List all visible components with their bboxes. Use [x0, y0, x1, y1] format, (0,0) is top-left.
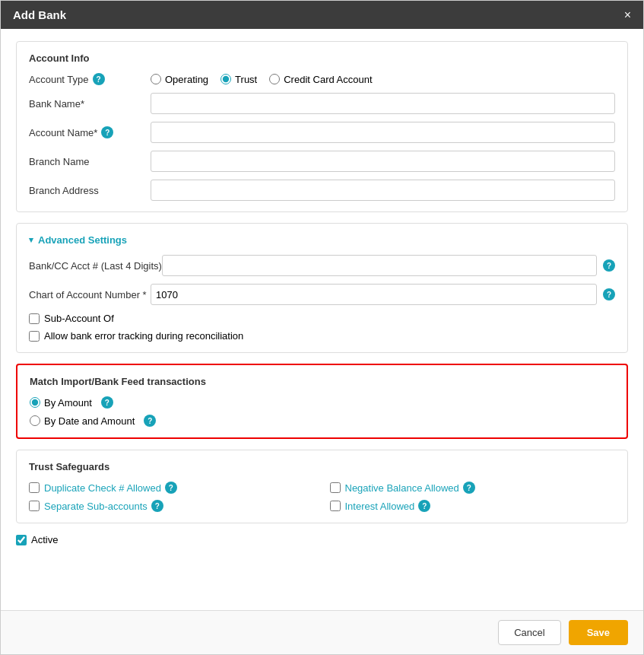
radio-trust[interactable]: Trust [220, 74, 257, 85]
modal-header: Add Bank × [1, 1, 643, 29]
bank-error-checkbox[interactable] [29, 331, 40, 342]
separate-subaccounts-item: Separate Sub-accounts ? [29, 500, 315, 512]
trust-safeguards-title: Trust Safeguards [29, 461, 615, 472]
active-checkbox[interactable] [16, 535, 27, 545]
sub-account-label: Sub-Account Of [44, 313, 114, 324]
radio-trust-input[interactable] [220, 74, 231, 84]
save-button[interactable]: Save [569, 620, 628, 645]
account-name-input[interactable] [151, 122, 615, 143]
by-amount-help-icon[interactable]: ? [101, 396, 113, 409]
account-type-radio-group: Operating Trust Credit Card Account [151, 74, 373, 85]
by-date-amount-help-icon[interactable]: ? [144, 415, 156, 427]
radio-operating[interactable]: Operating [151, 74, 208, 85]
match-import-title: Match Import/Bank Feed transactions [30, 376, 614, 387]
radio-credit-card-label: Credit Card Account [284, 74, 372, 85]
bank-acct-row: Bank/CC Acct # (Last 4 Digits) ? [29, 255, 615, 276]
bank-error-row: Allow bank error tracking during reconci… [29, 330, 615, 342]
duplicate-check-label: Duplicate Check # Allowed ? [44, 482, 177, 494]
branch-address-label: Branch Address [29, 185, 151, 196]
branch-address-row: Branch Address [29, 180, 615, 201]
radio-by-date-amount[interactable]: By Date and Amount [30, 415, 135, 427]
radio-trust-label: Trust [235, 74, 257, 85]
bank-acct-input-group: ? [162, 255, 615, 276]
close-button[interactable]: × [624, 9, 631, 21]
interest-allowed-help-icon[interactable]: ? [418, 500, 430, 512]
bank-acct-label: Bank/CC Acct # (Last 4 Digits) [29, 260, 162, 272]
bank-name-input[interactable] [151, 93, 615, 114]
negative-balance-label: Negative Balance Allowed ? [345, 482, 475, 494]
branch-name-row: Branch Name [29, 151, 615, 172]
active-row: Active [16, 534, 628, 545]
interest-allowed-item: Interest Allowed ? [330, 500, 616, 512]
by-amount-row: By Amount ? [30, 396, 614, 409]
separate-subaccounts-help-icon[interactable]: ? [151, 500, 163, 512]
bank-name-label: Bank Name* [29, 98, 151, 110]
radio-by-amount-label: By Amount [44, 397, 92, 409]
sub-account-row: Sub-Account Of [29, 313, 615, 324]
interest-allowed-label: Interest Allowed ? [345, 500, 431, 512]
radio-operating-label: Operating [165, 74, 208, 85]
branch-name-label: Branch Name [29, 156, 151, 167]
account-name-help-icon[interactable]: ? [101, 126, 113, 138]
bank-name-row: Bank Name* [29, 93, 615, 114]
chevron-down-icon: ▾ [29, 235, 33, 245]
cancel-button[interactable]: Cancel [498, 620, 560, 645]
account-type-help-icon[interactable]: ? [93, 73, 105, 85]
radio-by-amount[interactable]: By Amount [30, 397, 92, 409]
bank-acct-help-icon[interactable]: ? [603, 259, 615, 272]
branch-name-input[interactable] [151, 151, 615, 172]
account-info-title: Account Info [29, 52, 615, 64]
duplicate-check-checkbox[interactable] [29, 482, 40, 493]
account-info-section: Account Info Account Type ? Operating Tr… [16, 41, 628, 212]
account-type-row: Account Type ? Operating Trust Credit Ca… [29, 73, 615, 85]
advanced-settings-title: Advanced Settings [38, 234, 127, 246]
radio-credit-card[interactable]: Credit Card Account [269, 74, 372, 85]
advanced-settings-section: ▾ Advanced Settings Bank/CC Acct # (Last… [16, 223, 628, 353]
radio-by-date-amount-input[interactable] [30, 415, 40, 426]
advanced-settings-toggle[interactable]: ▾ Advanced Settings [29, 234, 615, 246]
radio-operating-input[interactable] [151, 74, 161, 84]
interest-allowed-checkbox[interactable] [330, 501, 341, 511]
chart-account-help-icon[interactable]: ? [603, 288, 615, 300]
duplicate-check-help-icon[interactable]: ? [165, 482, 177, 494]
modal-container: Add Bank × Account Info Account Type ? O… [0, 0, 644, 655]
chart-account-input-group: 1070 ? [151, 284, 615, 305]
trust-safeguards-grid: Duplicate Check # Allowed ? Negative Bal… [29, 482, 615, 512]
separate-subaccounts-checkbox[interactable] [29, 501, 40, 511]
branch-address-input[interactable] [151, 180, 615, 201]
sub-account-checkbox[interactable] [29, 313, 40, 324]
account-name-label: Account Name* ? [29, 126, 151, 138]
chart-account-row: Chart of Account Number * 1070 ? [29, 284, 615, 305]
by-date-amount-row: By Date and Amount ? [30, 415, 614, 427]
radio-credit-card-input[interactable] [269, 74, 280, 84]
negative-balance-help-icon[interactable]: ? [463, 482, 475, 494]
chart-account-label: Chart of Account Number * [29, 289, 151, 300]
account-type-label: Account Type ? [29, 73, 151, 85]
separate-subaccounts-label: Separate Sub-accounts ? [44, 500, 163, 512]
radio-by-date-amount-label: By Date and Amount [44, 415, 135, 427]
radio-by-amount-input[interactable] [30, 397, 40, 408]
modal-title: Add Bank [13, 8, 66, 21]
bank-error-label: Allow bank error tracking during reconci… [44, 330, 243, 342]
bank-acct-input[interactable] [162, 255, 597, 276]
modal-body: Account Info Account Type ? Operating Tr… [1, 29, 643, 610]
trust-safeguards-section: Trust Safeguards Duplicate Check # Allow… [16, 450, 628, 523]
negative-balance-item: Negative Balance Allowed ? [330, 482, 616, 494]
match-import-section: Match Import/Bank Feed transactions By A… [16, 364, 628, 439]
account-name-row: Account Name* ? [29, 122, 615, 143]
active-label: Active [31, 534, 58, 545]
modal-footer: Cancel Save [1, 610, 643, 654]
chart-account-input[interactable]: 1070 [151, 284, 597, 305]
duplicate-check-item: Duplicate Check # Allowed ? [29, 482, 315, 494]
negative-balance-checkbox[interactable] [330, 482, 341, 493]
